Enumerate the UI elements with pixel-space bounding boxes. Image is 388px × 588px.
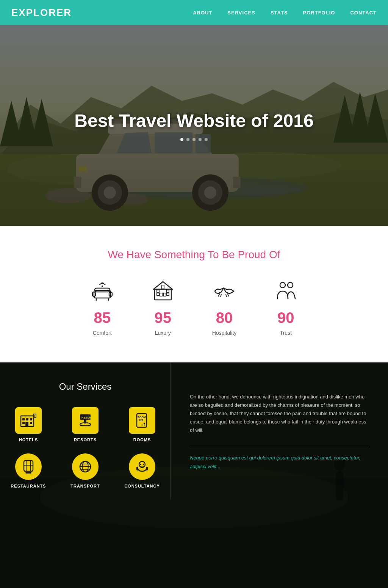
service-rooms[interactable]: ROOM 123 ROOMS [117, 407, 167, 442]
svg-rect-62 [22, 418, 25, 420]
svg-point-95 [143, 464, 144, 465]
dot-5[interactable] [205, 138, 208, 141]
rooms-icon: ROOM 123 [134, 412, 150, 429]
hero-text-block: Best Travel Website of 2016 [74, 110, 313, 141]
svg-point-39 [102, 285, 103, 287]
dot-4[interactable] [199, 138, 202, 141]
service-transport[interactable]: TRANSPORT [61, 453, 110, 488]
svg-point-54 [288, 282, 293, 288]
comfort-label: Comfort [93, 330, 112, 336]
services-left-panel: Our Services [0, 362, 171, 500]
service-consultancy[interactable]: CONSULTANCY [117, 453, 167, 488]
resorts-icon: RESORT [77, 412, 94, 429]
transport-icon-circle [72, 453, 99, 480]
dot-1[interactable] [180, 138, 183, 141]
restaurants-icon-circle [15, 453, 42, 480]
consultancy-label: CONSULTANCY [124, 484, 160, 488]
svg-rect-47 [167, 290, 169, 292]
svg-point-80 [144, 425, 145, 426]
transport-icon [77, 458, 94, 475]
restaurants-label: RESTAURANTS [11, 484, 46, 488]
trust-icon [274, 280, 297, 306]
comfort-number: 85 [94, 310, 111, 325]
svg-rect-85 [25, 472, 31, 474]
svg-point-79 [142, 425, 143, 426]
dot-3[interactable] [192, 138, 196, 141]
hotels-label: HOTELS [19, 437, 38, 442]
hospitality-label: Hospitality [212, 330, 237, 336]
restaurants-icon [20, 458, 37, 475]
stat-trust: 90 Trust [274, 280, 297, 336]
svg-rect-66 [30, 422, 32, 424]
svg-rect-44 [157, 293, 159, 295]
svg-text:RESORT: RESORT [81, 416, 94, 419]
svg-rect-45 [167, 293, 169, 295]
stats-heading: We Have Something To Be Proud Of [8, 249, 380, 261]
site-logo[interactable]: EXPLORER [11, 7, 72, 19]
nav-contact[interactable]: CONTACT [350, 10, 377, 16]
service-hotels[interactable]: H HOTELS [4, 407, 53, 442]
svg-rect-63 [26, 418, 28, 420]
comfort-icon [91, 280, 114, 306]
resorts-label: RESORTS [74, 437, 97, 442]
services-divider [190, 446, 369, 446]
svg-rect-93 [146, 467, 148, 470]
svg-rect-67 [25, 422, 28, 426]
stat-hospitality: 80 Hospitality [212, 280, 237, 336]
stat-luxury: 95 Luxury [152, 280, 174, 336]
trust-label: Trust [280, 330, 292, 336]
dot-2[interactable] [186, 138, 189, 141]
svg-rect-64 [30, 418, 32, 420]
services-right-panel: On the other hand, we denounce with righ… [171, 362, 388, 500]
svg-rect-92 [136, 467, 138, 470]
hotels-icon-box: H [15, 407, 42, 434]
nav-about[interactable]: ABOUT [193, 10, 212, 16]
main-nav: ABOUT SERVICES STATS PORTFOLIO CONTACT [193, 10, 377, 16]
rooms-icon-box: ROOM 123 [129, 407, 155, 434]
consultancy-icon-circle [129, 453, 155, 480]
services-section: Our Services [0, 362, 388, 588]
rooms-label: ROOMS [133, 437, 151, 442]
services-heading: Our Services [52, 362, 119, 396]
services-grid: H HOTELS RESORT [0, 396, 182, 500]
svg-rect-48 [162, 285, 164, 289]
luxury-icon [152, 280, 174, 306]
consultancy-icon [134, 458, 150, 475]
resorts-icon-box: RESORT [72, 407, 99, 434]
svg-line-51 [227, 293, 229, 296]
svg-rect-42 [160, 293, 162, 296]
stats-section: We Have Something To Be Proud Of [0, 226, 388, 362]
service-restaurants[interactable]: RESTAURANTS [4, 453, 53, 488]
hospitality-icon [213, 280, 236, 306]
hero-dots [74, 138, 313, 141]
svg-point-91 [139, 461, 145, 467]
transport-label: TRANSPORT [70, 484, 100, 488]
hero-section: Best Travel Website of 2016 [0, 25, 388, 226]
services-quote: Neque porro quisquam est qui dolorem ips… [190, 454, 369, 470]
svg-rect-46 [157, 290, 159, 292]
stats-grid: 85 Comfort 95 [8, 280, 380, 336]
hotels-icon: H [20, 412, 37, 429]
nav-services[interactable]: SERVICES [227, 10, 255, 16]
luxury-label: Luxury [155, 330, 171, 336]
svg-rect-81 [24, 461, 33, 471]
nav-portfolio[interactable]: PORTFOLIO [303, 10, 335, 16]
luxury-number: 95 [154, 310, 171, 325]
svg-rect-43 [164, 293, 166, 296]
nav-stats[interactable]: STATS [271, 10, 288, 16]
svg-text:ROOM: ROOM [138, 416, 146, 419]
svg-point-78 [144, 423, 145, 424]
svg-point-53 [280, 282, 285, 288]
hospitality-number: 80 [216, 310, 233, 325]
service-resorts[interactable]: RESORT RESORTS [61, 407, 110, 442]
stat-comfort: 85 Comfort [91, 280, 114, 336]
svg-line-50 [221, 294, 221, 297]
services-description: On the other hand, we denounce with righ… [190, 393, 369, 434]
svg-text:123: 123 [139, 419, 143, 422]
svg-rect-65 [22, 422, 25, 424]
svg-text:H: H [34, 414, 36, 418]
svg-line-52 [226, 294, 227, 297]
site-header: EXPLORER ABOUT SERVICES STATS PORTFOLIO … [0, 0, 388, 25]
hero-title: Best Travel Website of 2016 [74, 110, 313, 131]
svg-line-49 [218, 293, 220, 296]
